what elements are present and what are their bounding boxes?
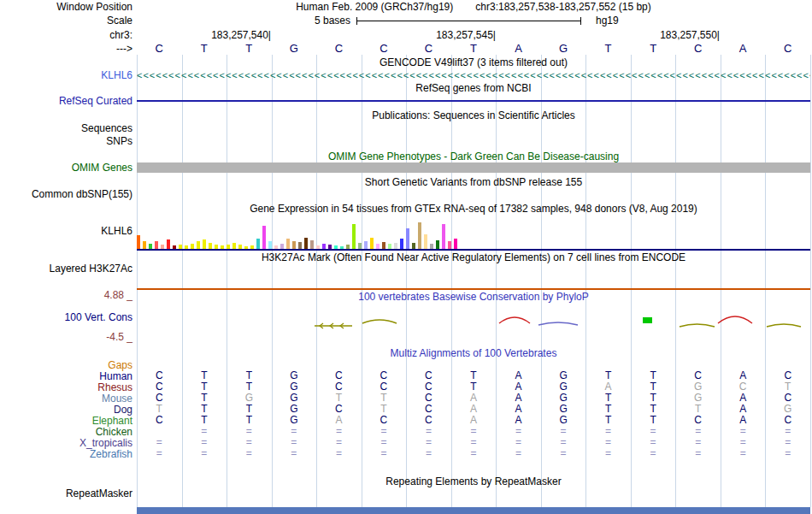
reference-base: C — [694, 43, 702, 55]
assembly-name: Human Feb. 2009 (GRCh37/hg19) — [296, 1, 453, 13]
label-window-position: Window Position — [0, 1, 132, 13]
track-label-gaps[interactable]: Gaps — [0, 359, 132, 371]
phylop-min-value: -4.5 _ — [0, 331, 132, 343]
track-label-species-elephant[interactable]: Elephant — [0, 415, 132, 427]
position-range: chr3:183,257,538-183,257,552 (15 bp) — [475, 1, 651, 13]
track-label-species-chicken[interactable]: Chicken — [0, 426, 132, 438]
gtex-tissue-bar — [143, 241, 146, 249]
coordinate-tick-2: 183,257,545| — [436, 29, 496, 41]
aligned-base: = — [785, 448, 791, 459]
reference-base: G — [290, 43, 298, 55]
track-label-common-dbsnp[interactable]: Common dbSNP(155) — [0, 188, 132, 200]
gtex-title: Gene Expression in 54 tissues from GTEx … — [137, 203, 810, 215]
omim-title: OMIM Gene Phenotypes - Dark Green Can Be… — [137, 151, 810, 162]
gtex-tissue-bar — [370, 238, 374, 249]
aligned-base: C — [156, 415, 163, 426]
gtex-tissue-bar — [406, 228, 409, 249]
gtex-tissue-bar — [256, 239, 260, 249]
track-label-species-mouse[interactable]: Mouse — [0, 393, 132, 405]
aligned-base: = — [740, 448, 746, 459]
gtex-tissue-bar — [232, 243, 236, 249]
label-chrom: chr3: — [0, 29, 132, 41]
aligned-base: = — [695, 448, 701, 459]
omim-genes-bar[interactable] — [137, 162, 810, 173]
gtex-tissue-bar — [262, 226, 266, 249]
reference-base: C — [425, 43, 432, 55]
aligned-base: = — [246, 448, 252, 459]
gtex-tissue-bar — [209, 243, 212, 249]
aligned-base: = — [470, 448, 476, 459]
aligned-base: = — [201, 448, 207, 459]
coordinate-tick-3: 183,257,550| — [660, 29, 720, 41]
coordinate-tick-1: 183,257,540| — [211, 29, 271, 41]
phylop-title: 100 vertebrates Basewise Conservation by… — [137, 291, 810, 303]
track-label-repeatmasker[interactable]: RepeatMasker — [0, 487, 132, 499]
gencode-strand-arrows[interactable]: <<<<<<<<<<<<<<<<<<<<<<<<<<<<<<<<<<<<<<<<… — [137, 70, 810, 81]
gridline — [810, 55, 811, 507]
gtex-tissue-bar — [382, 242, 385, 249]
gtex-tissue-bar — [352, 224, 356, 249]
reference-base: C — [335, 43, 343, 55]
aligned-base: = — [605, 448, 611, 459]
track-label-snps[interactable]: SNPs — [0, 135, 132, 147]
genome-browser: Window Position Human Feb. 2009 (GRCh37/… — [0, 0, 812, 514]
gtex-tissue-bar — [197, 241, 200, 249]
aligned-base: = — [515, 448, 521, 459]
track-label-species-human[interactable]: Human — [0, 370, 132, 382]
track-label-species-dog[interactable]: Dog — [0, 404, 132, 416]
refseq-curated-line[interactable] — [137, 100, 810, 102]
gtex-tissue-bar — [304, 238, 308, 249]
scale-bar — [356, 17, 581, 25]
reference-base: G — [559, 43, 568, 55]
reference-base: C — [156, 43, 163, 55]
aligned-base: = — [336, 448, 342, 459]
track-label-refseq-curated[interactable]: RefSeq Curated — [0, 95, 132, 107]
assembly-short: hg19 — [596, 15, 619, 27]
track-label-sequences[interactable]: Sequences — [0, 122, 132, 134]
multiz-title: Multiz Alignments of 100 Vertebrates — [137, 347, 810, 359]
track-label-species-zebrafish[interactable]: Zebrafish — [0, 448, 132, 460]
gencode-title: GENCODE V49lift37 (3 items filtered out) — [137, 56, 810, 68]
scale-value: 5 bases — [315, 15, 350, 27]
reference-sequence-row: CTTGCCCTAGTTCAC — [137, 43, 810, 55]
gtex-tissue-bar — [167, 239, 170, 249]
gtex-tissue-bar — [400, 239, 403, 249]
reference-base: C — [380, 43, 387, 55]
bottom-bar — [137, 507, 810, 514]
gtex-tissue-bar — [364, 241, 368, 249]
track-label-layered-h3k27ac[interactable]: Layered H3K27Ac — [0, 263, 132, 275]
gtex-tissue-bar — [418, 222, 421, 249]
gtex-tissue-bar — [298, 242, 302, 249]
track-label-100-vert-cons[interactable]: 100 Vert. Cons — [0, 311, 132, 323]
track-label-species-x_tropicalis[interactable]: X_tropicalis — [0, 437, 132, 449]
gtex-tissue-bar — [454, 239, 457, 249]
gtex-tissue-bar — [448, 241, 451, 249]
gtex-tissue-bar — [358, 243, 362, 249]
track-label-gtex-klhl6[interactable]: KLHL6 — [0, 225, 132, 237]
aligned-base: = — [156, 448, 162, 459]
reference-base: C — [784, 43, 791, 55]
gtex-tissue-bar — [286, 239, 290, 249]
h3k27ac-title: H3K27Ac Mark (Often Found Near Active Re… — [137, 251, 810, 263]
gtex-tissue-bar — [310, 240, 314, 249]
repeatmasker-title: Repeating Elements by RepeatMasker — [137, 476, 810, 487]
track-label-gencode-klhl6[interactable]: KLHL6 — [0, 69, 132, 81]
track-label-omim-genes[interactable]: OMIM Genes — [0, 162, 132, 174]
gtex-tissue-bar — [137, 235, 140, 249]
aligned-base: = — [561, 448, 567, 459]
gtex-bars[interactable] — [137, 216, 810, 249]
gtex-tissue-bar — [155, 241, 158, 249]
aligned-base: = — [380, 448, 386, 459]
label-strand-direction: ---> — [0, 43, 132, 55]
gtex-tissue-bar — [292, 241, 296, 249]
multiz-row-zebrafish: =============== — [137, 448, 810, 459]
header-line: Human Feb. 2009 (GRCh37/hg19)chr3:183,25… — [137, 1, 810, 13]
h3k27ac-signal-line[interactable] — [137, 288, 810, 290]
track-label-species-rhesus[interactable]: Rhesus — [0, 381, 132, 393]
reference-base: A — [739, 43, 747, 55]
gtex-tissue-bar — [268, 241, 272, 249]
publications-title: Publications: Sequences in Scientific Ar… — [137, 109, 810, 121]
gtex-baseline — [137, 249, 810, 251]
reference-base: A — [515, 43, 522, 55]
aligned-base: = — [426, 448, 432, 459]
